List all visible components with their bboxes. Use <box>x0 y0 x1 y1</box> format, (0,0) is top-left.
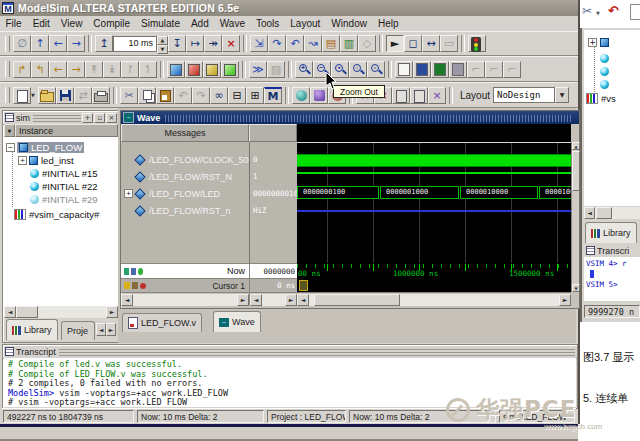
column-sort-icon[interactable]: ▼ <box>4 124 15 137</box>
scroll-thumb[interactable] <box>596 207 612 219</box>
wave-format-disabled-button[interactable] <box>449 61 467 78</box>
doc-disabled-button[interactable] <box>392 87 410 104</box>
title-bar[interactable]: M ModelSim ALTERA STARTER EDITION 6.5e <box>0 0 578 16</box>
fragment-tree-item[interactable] <box>600 65 609 78</box>
scroll-right-icon[interactable]: ► <box>559 294 571 306</box>
scroll-thumb[interactable] <box>572 151 580 191</box>
undo-red-icon[interactable]: ↶ <box>608 3 619 18</box>
wave-mini-icon[interactable] <box>124 268 129 275</box>
messages-column-header[interactable]: Messages <box>121 124 249 142</box>
edge-search-disabled-button[interactable]: ↟ <box>85 61 103 78</box>
redo-button[interactable]: ↷ <box>192 87 210 104</box>
find-falling-edge-button[interactable]: ↰ <box>31 61 49 78</box>
run-length-input[interactable]: 10 ms <box>113 36 157 52</box>
tab-project[interactable]: Proje <box>61 321 95 340</box>
disable-button[interactable]: ∅ <box>13 35 31 52</box>
fragment-tree-item[interactable] <box>600 52 609 65</box>
tab-scroll-left-icon[interactable]: ◄ <box>96 323 106 336</box>
cut-button[interactable]: ✂ <box>120 87 138 104</box>
save-button[interactable] <box>56 87 74 104</box>
step-into-button[interactable]: ⇲ <box>250 35 268 52</box>
fragment-tree-item-vs[interactable]: #vs <box>586 92 616 105</box>
zoom-mode-button[interactable]: ◻ <box>404 35 422 52</box>
scroll-track[interactable] <box>133 294 237 306</box>
scissors-dropdown-icon[interactable]: ▼ <box>596 10 600 16</box>
scroll-right-icon[interactable]: ► <box>106 306 118 318</box>
panel-close-button[interactable]: × <box>106 113 117 123</box>
transcript-header[interactable]: Transcript <box>3 345 577 359</box>
menu-item-window[interactable]: Window <box>326 18 373 29</box>
signal-row-led[interactable]: + /LED_FLOW/LED <box>121 185 249 202</box>
scroll-up-icon[interactable]: ▲ <box>572 142 580 150</box>
add-to-log-button[interactable] <box>203 61 221 78</box>
step-current-button[interactable]: ↝ <box>304 35 322 52</box>
edge-search-disabled-button[interactable]: ↿ <box>139 61 157 78</box>
menu-item-simulate[interactable]: Simulate <box>136 18 186 29</box>
paste-button[interactable] <box>156 87 174 104</box>
menu-item-file[interactable]: File <box>0 18 27 29</box>
zoom-in-button[interactable]: + <box>295 61 313 78</box>
fragment-transcript-header[interactable]: Transcri <box>584 244 640 258</box>
expand-button[interactable]: ⊞ <box>246 87 264 104</box>
scroll-track[interactable] <box>262 294 285 306</box>
fragment-tree-item[interactable]: + <box>588 36 609 49</box>
expand-box-icon[interactable]: + <box>18 156 27 165</box>
scroll-left-icon[interactable]: ◄ <box>297 294 309 306</box>
modelsim-logo-button[interactable]: M <box>264 87 282 104</box>
previous-transition-button[interactable]: ← <box>49 61 67 78</box>
scroll-left-icon[interactable]: ◄ <box>4 306 16 318</box>
panel-expand-button[interactable]: + <box>82 113 93 123</box>
edit-mode-button[interactable]: ▭ <box>440 35 458 52</box>
restart-button[interactable]: ↥ <box>95 35 113 52</box>
signal-row-rst-n[interactable]: /LED_FLOW/RST_N <box>121 168 249 185</box>
wave-title-bar[interactable]: ~ Wave <box>121 111 579 124</box>
transcript-console[interactable]: # Compile of led.v was successful. # Com… <box>4 358 576 407</box>
tree-item-initial-22[interactable]: #INITIAL #22 <box>30 180 98 193</box>
fragment-tree-item[interactable] <box>600 78 609 91</box>
edge-glyph-disabled-button[interactable]: ⌐ <box>503 61 521 78</box>
wave-mini-icon[interactable] <box>131 268 136 275</box>
stop-sign-button[interactable] <box>468 35 486 52</box>
layout-select[interactable]: NoDesign <box>493 87 555 103</box>
tree-item-initial-15[interactable]: #INITIAL #15 <box>30 167 98 180</box>
compile-button[interactable] <box>292 87 310 104</box>
scroll-right-icon[interactable]: ► <box>285 294 297 306</box>
reload-button[interactable]: ⇄ <box>74 87 92 104</box>
spin-up-icon[interactable]: ▲ <box>157 36 168 45</box>
cursor-marker[interactable] <box>299 280 308 291</box>
tree-item-led-flow[interactable]: − LED_FLOW <box>6 141 84 154</box>
names-scrollbar[interactable]: ◄ ► <box>121 292 249 306</box>
scroll-down-icon[interactable]: ▼ <box>572 284 580 292</box>
go-back-button[interactable]: ← <box>49 35 67 52</box>
tab-scroll-right-icon[interactable]: ► <box>106 323 116 336</box>
fragment-tab-library[interactable]: Library <box>585 222 637 243</box>
toolbar-grip[interactable] <box>5 87 10 103</box>
scroll-thumb[interactable] <box>314 294 400 306</box>
text-field-fragment[interactable] <box>630 4 640 20</box>
performance-button[interactable]: ▤ <box>322 35 340 52</box>
menu-item-add[interactable]: Add <box>185 18 214 29</box>
menu-item-view[interactable]: View <box>55 18 88 29</box>
toolbar-grip[interactable] <box>5 36 10 52</box>
collapse-box-icon[interactable]: − <box>6 143 15 152</box>
scroll-left-icon[interactable]: ◄ <box>250 294 262 306</box>
zoom-cursor-button[interactable]: ◦ <box>349 61 367 78</box>
layout-dropdown-icon[interactable]: ▼ <box>555 87 569 103</box>
scroll-left-icon[interactable]: ◄ <box>121 294 133 306</box>
add-to-wave-button[interactable] <box>167 61 185 78</box>
wave-vertical-scrollbar[interactable]: ▲ ▼ <box>571 142 579 292</box>
signal-row-rst-n2[interactable]: /LED_FLOW/RST_n <box>121 202 249 219</box>
tree-item-vsim-capacity[interactable]: #vsim_capacity# <box>14 208 99 221</box>
step-over-button[interactable]: ↷ <box>268 35 286 52</box>
fragment-console[interactable]: VSIM 4> r VSIM 5> <box>584 257 640 301</box>
menu-item-edit[interactable]: Edit <box>27 18 55 29</box>
column-title[interactable]: Instance <box>15 124 118 137</box>
zoom-range-button[interactable]: ▫ <box>367 61 385 78</box>
cursor-track[interactable] <box>297 278 571 292</box>
menu-item-wave[interactable]: Wave <box>214 18 250 29</box>
waveform-canvas[interactable]: 0000000100 0000001000 0000010000 0000100… <box>297 142 571 263</box>
tree-item-initial-29[interactable]: #INITIAL #29 <box>30 193 98 206</box>
doc2-disabled-button[interactable] <box>410 87 428 104</box>
next-transition-button[interactable]: → <box>67 61 85 78</box>
signal-row-clock[interactable]: /LED_FLOW/CLOCK_50M <box>121 151 249 168</box>
